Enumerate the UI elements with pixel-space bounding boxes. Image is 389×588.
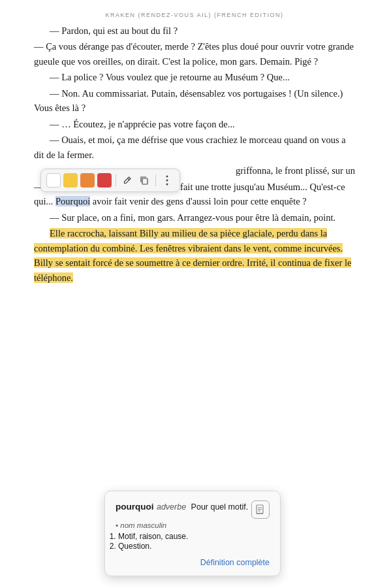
book-title: KRAKEN (RENDEZ-VOUS AIL) (FRENCH EDITION… (0, 0, 389, 24)
definition-title-area: pourquoi adverbe Pour quel motif. (116, 500, 248, 512)
svg-point-4 (166, 184, 168, 186)
annotation-toolbar (40, 169, 180, 192)
definition-popup: pourquoi adverbe Pour quel motif. • nom … (104, 491, 281, 576)
definition-short-meaning: Pour quel motif. (191, 502, 249, 512)
para-2: — Ça vous dérange pas d'écouter, merde ?… (34, 39, 355, 69)
definition-entry-2: Question. (118, 542, 270, 551)
definition-complete-link[interactable]: Définition complète (200, 558, 270, 567)
para-9: — Sur place, on a fini, mon gars. Arrang… (34, 210, 355, 225)
highlight-blue-pourquoi[interactable]: Pourquoi (55, 196, 90, 206)
color-red-button[interactable] (97, 173, 112, 188)
svg-point-3 (166, 180, 168, 182)
definition-footer: Définition complète (116, 556, 270, 568)
svg-point-2 (166, 176, 168, 178)
svg-rect-1 (142, 178, 148, 184)
definition-subpos: • nom masculin (116, 521, 270, 529)
toolbar-divider-1 (116, 174, 116, 186)
definition-entry-1: Motif, raison, cause. (118, 532, 270, 541)
toolbar-divider-2 (155, 174, 156, 186)
more-options-button[interactable] (160, 173, 174, 188)
color-white-button[interactable] (46, 173, 61, 188)
svg-line-0 (128, 178, 130, 180)
para-6: — Ouais, et moi, ça me défrise que vous … (34, 133, 355, 162)
para-10: Elle raccrocha, laissant Billy au milieu… (34, 226, 355, 285)
edit-button[interactable] (120, 173, 134, 188)
definition-word: pourquoi (116, 502, 153, 512)
para-5: — … Écoutez, je n'apprécie pas votre faç… (34, 117, 355, 131)
dictionary-icon[interactable] (251, 500, 270, 519)
page-container: KRAKEN (RENDEZ-VOUS AIL) (FRENCH EDITION… (0, 0, 389, 588)
definition-pos: adverbe (157, 502, 189, 512)
para-4: — Non. Au commissariat. Putain, désensab… (34, 86, 355, 116)
highlight-yellow-passage: Elle raccrocha, laissant Billy au milieu… (34, 228, 351, 282)
copy-button[interactable] (137, 173, 151, 188)
definition-list: Motif, raison, cause. Question. (118, 532, 270, 551)
content-area: — Pardon, qui est au bout du fil ? — Ça … (0, 24, 389, 285)
definition-header: pourquoi adverbe Pour quel motif. (116, 500, 270, 519)
color-orange-button[interactable] (80, 173, 95, 188)
para-3: — La police ? Vous voulez que je retourn… (34, 70, 355, 84)
color-yellow-button[interactable] (63, 173, 78, 188)
para-1: — Pardon, qui est au bout du fil ? (34, 24, 355, 38)
